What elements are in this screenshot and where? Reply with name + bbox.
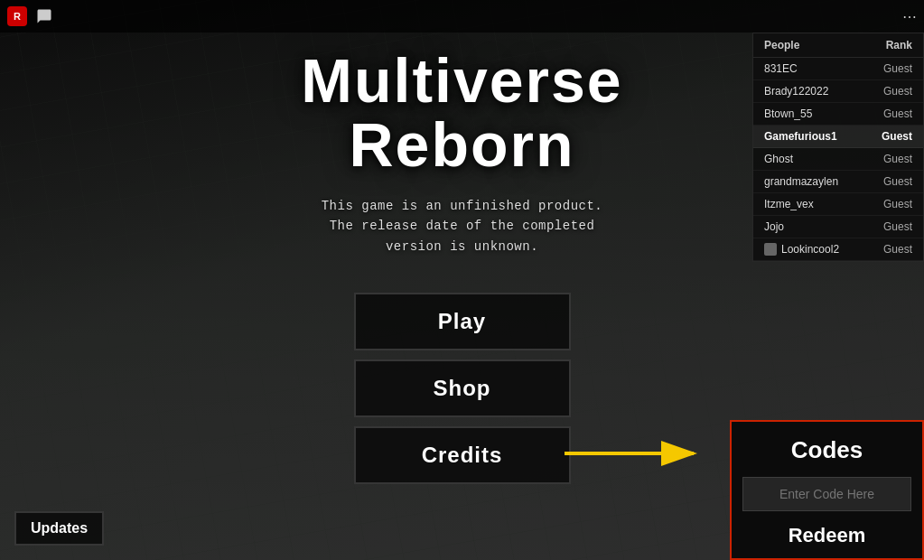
logo-text: R	[14, 11, 21, 22]
list-item: Brady122022 Guest	[753, 80, 923, 103]
shop-button[interactable]: Shop	[354, 359, 571, 417]
person-rank: Guest	[883, 175, 912, 188]
person-name: Brady122022	[764, 85, 828, 98]
arrow-icon	[560, 435, 705, 471]
people-panel: People Rank 831EC Guest Brady122022 Gues…	[752, 33, 924, 262]
list-item: Lookincool2 Guest	[753, 238, 923, 261]
person-name: Btown_55	[764, 107, 812, 120]
chat-icon[interactable]	[34, 6, 54, 26]
list-item: 831EC Guest	[753, 58, 923, 80]
person-avatar-icon	[764, 243, 777, 256]
roblox-logo[interactable]: R	[7, 6, 27, 26]
list-item: Jojo Guest	[753, 216, 923, 238]
title-line2: Reborn	[349, 110, 574, 179]
updates-button[interactable]: Updates	[14, 511, 104, 546]
redeem-button[interactable]: Redeem	[789, 524, 866, 547]
person-rank: Guest	[883, 243, 912, 256]
list-item: grandmazaylen Guest	[753, 171, 923, 193]
codes-panel: Codes Redeem	[730, 420, 924, 560]
person-name: Gamefurious1	[764, 130, 837, 143]
subtitle-line1: This game is an unfinished product.	[322, 199, 603, 213]
rank-col-header: Rank	[886, 39, 912, 51]
person-rank: Guest	[882, 130, 912, 143]
more-options-button[interactable]: ⋯	[902, 8, 917, 25]
list-item: Itzme_vex Guest	[753, 193, 923, 216]
topbar: R ⋯	[0, 0, 924, 33]
codes-title: Codes	[791, 436, 863, 464]
game-title: Multiverse Reborn	[301, 49, 622, 178]
play-button[interactable]: Play	[354, 293, 571, 350]
person-name: Jojo	[764, 220, 784, 233]
person-name: Lookincool2	[781, 243, 839, 256]
people-col-header: People	[764, 39, 799, 51]
person-name: grandmazaylen	[764, 175, 838, 188]
title-line1: Multiverse	[301, 46, 622, 115]
person-name: Ghost	[764, 153, 793, 165]
credits-button[interactable]: Credits	[354, 426, 571, 484]
person-name: Itzme_vex	[764, 198, 814, 210]
person-rank: Guest	[883, 62, 912, 75]
people-panel-header: People Rank	[753, 33, 923, 58]
person-rank: Guest	[883, 198, 912, 210]
person-rank: Guest	[883, 153, 912, 165]
person-name: 831EC	[764, 62, 798, 75]
subtitle-line3: version is unknown.	[386, 239, 538, 254]
list-item: Ghost Guest	[753, 148, 923, 171]
person-rank: Guest	[883, 220, 912, 233]
person-rank: Guest	[883, 85, 912, 98]
game-subtitle: This game is an unfinished product. The …	[322, 196, 603, 257]
person-rank: Guest	[883, 107, 912, 120]
list-item: Gamefurious1 Guest	[753, 126, 923, 148]
arrow-indicator	[560, 435, 705, 471]
subtitle-line2: The release date of the completed	[330, 219, 595, 233]
code-input[interactable]	[742, 477, 911, 511]
list-item: Btown_55 Guest	[753, 103, 923, 126]
menu-buttons: Play Shop Credits	[354, 293, 571, 484]
